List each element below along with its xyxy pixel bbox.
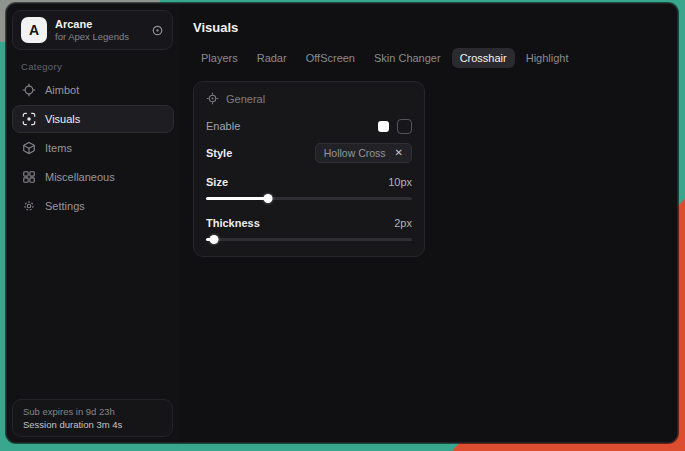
size-row: Size 10px — [206, 172, 412, 192]
panel-title: General — [226, 93, 265, 105]
sidebar: A Arcane for Apex Legends Category — [7, 4, 179, 442]
style-row: Style Hollow Cross ✕ — [206, 140, 412, 166]
sidebar-item-label: Miscellaneous — [45, 171, 115, 183]
slider-thumb[interactable] — [210, 235, 219, 244]
sidebar-item-settings[interactable]: Settings — [12, 192, 174, 220]
session-duration-text: Session duration 3m 4s — [23, 419, 162, 430]
size-value: 10px — [388, 176, 412, 188]
tab-highlight[interactable]: Highlight — [518, 48, 577, 68]
enable-label: Enable — [206, 120, 240, 132]
tab-offscreen[interactable]: OffScreen — [298, 48, 363, 68]
panel-header: General — [206, 92, 412, 105]
style-select[interactable]: Hollow Cross ✕ — [315, 143, 412, 163]
tab-skin-changer[interactable]: Skin Changer — [366, 48, 449, 68]
sidebar-item-label: Visuals — [45, 113, 80, 125]
enable-checkbox[interactable] — [397, 119, 412, 134]
slider-thumb[interactable] — [263, 194, 272, 203]
app-subtitle: for Apex Legends — [55, 31, 151, 43]
style-select-value: Hollow Cross — [324, 147, 386, 159]
style-label: Style — [206, 147, 232, 159]
sidebar-header-card: A Arcane for Apex Legends — [12, 10, 173, 50]
sidebar-item-items[interactable]: Items — [12, 134, 174, 162]
subscription-info-card: Sub expires in 9d 23h Session duration 3… — [12, 399, 173, 437]
thickness-label: Thickness — [206, 217, 260, 229]
enable-row: Enable — [206, 114, 412, 138]
app-window: A Arcane for Apex Legends Category — [6, 3, 678, 443]
grid-icon — [22, 170, 36, 184]
tab-players[interactable]: Players — [193, 48, 246, 68]
sidebar-item-visuals[interactable]: Visuals — [12, 105, 174, 133]
sub-expires-text: Sub expires in 9d 23h — [23, 406, 162, 417]
size-slider[interactable] — [206, 194, 412, 203]
tab-bar: Players Radar OffScreen Skin Changer Cro… — [193, 48, 677, 68]
eye-scan-icon — [22, 112, 36, 126]
target-icon[interactable] — [151, 24, 164, 37]
color-swatch[interactable] — [378, 121, 389, 132]
gear-icon — [22, 199, 36, 213]
tab-radar[interactable]: Radar — [249, 48, 295, 68]
slider-fill — [206, 197, 268, 200]
slider-track[interactable] — [206, 238, 412, 241]
app-name: Arcane — [55, 18, 151, 31]
crosshair-settings-icon — [206, 92, 219, 105]
sidebar-item-aimbot[interactable]: Aimbot — [12, 76, 174, 104]
sidebar-item-label: Items — [45, 142, 72, 154]
thickness-value: 2px — [394, 217, 412, 229]
sidebar-item-miscellaneous[interactable]: Miscellaneous — [12, 163, 174, 191]
clear-icon[interactable]: ✕ — [395, 148, 403, 158]
sidebar-nav: Aimbot Visuals — [12, 76, 174, 220]
main-content: Visuals Players Radar OffScreen Skin Cha… — [179, 4, 677, 442]
sidebar-item-label: Settings — [45, 200, 85, 212]
page-title: Visuals — [193, 20, 677, 35]
category-label: Category — [21, 61, 62, 72]
sidebar-item-label: Aimbot — [45, 84, 79, 96]
crosshair-icon — [22, 83, 36, 97]
thickness-slider[interactable] — [206, 235, 412, 244]
size-label: Size — [206, 176, 228, 188]
package-icon — [22, 141, 36, 155]
tab-crosshair[interactable]: Crosshair — [452, 48, 515, 68]
thickness-row: Thickness 2px — [206, 213, 412, 233]
app-logo: A — [21, 17, 47, 43]
general-panel: General Enable Style Hollow Cross ✕ Size… — [193, 81, 425, 257]
